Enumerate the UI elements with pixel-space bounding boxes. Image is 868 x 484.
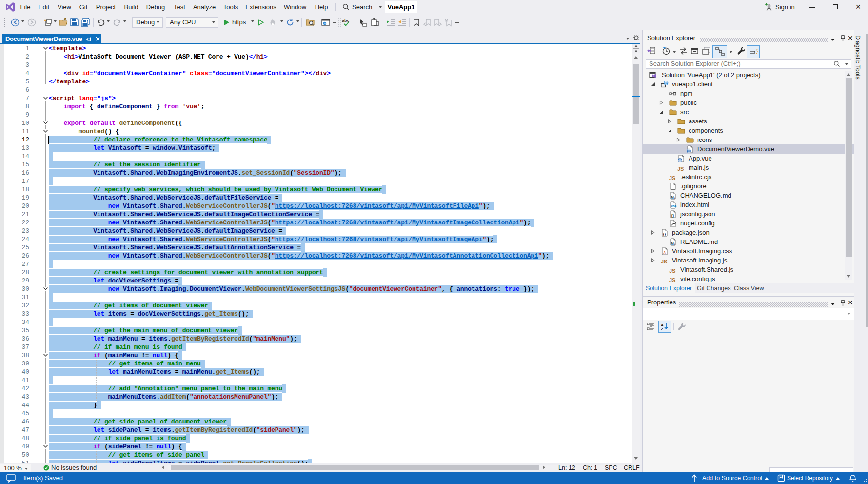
svg-text:<o>: <o> bbox=[671, 204, 677, 208]
svg-text:M↓: M↓ bbox=[671, 196, 675, 199]
svg-text:A: A bbox=[663, 250, 666, 255]
svg-text:{}: {} bbox=[663, 232, 666, 236]
svg-text:{}: {} bbox=[671, 213, 674, 218]
svg-text:M↓: M↓ bbox=[671, 242, 675, 245]
svg-text:Z: Z bbox=[661, 327, 663, 331]
